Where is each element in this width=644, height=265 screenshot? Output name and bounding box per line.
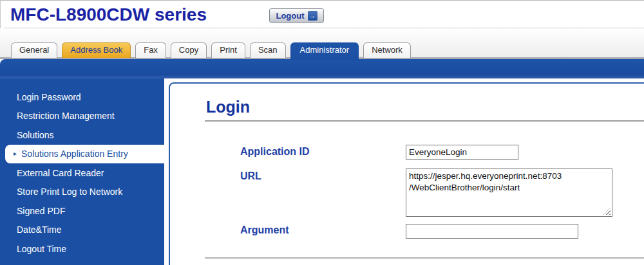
page-section-heading: Login — [206, 98, 250, 116]
tab-address-book[interactable]: Address Book — [62, 42, 131, 58]
logout-button[interactable]: Logout → — [269, 8, 324, 23]
page-top-border — [0, 0, 644, 1]
argument-input[interactable] — [406, 224, 578, 239]
application-id-label: Application ID — [240, 146, 310, 158]
tab-scan[interactable]: Scan — [250, 42, 286, 58]
page-title: MFC-L8900CDW series — [10, 5, 207, 25]
logout-arrow-icon: → — [308, 11, 317, 21]
tab-network[interactable]: Network — [363, 42, 411, 58]
selected-item-arrow-icon: ▸ — [14, 151, 17, 157]
tab-bar: General Address Book Fax Copy Print Scan… — [11, 42, 411, 58]
url-textarea-wrap: https://jesper.hq.everyoneprint.net:8703… — [406, 169, 612, 217]
sidebar-item-date-time[interactable]: Date&Time — [0, 221, 164, 240]
sidebar-item-solutions-application-entry[interactable]: ▸ Solutions Application Entry — [5, 145, 164, 164]
tab-general[interactable]: General — [11, 42, 57, 58]
sidebar-item-external-card-reader[interactable]: External Card Reader — [0, 163, 164, 183]
tab-fax[interactable]: Fax — [135, 42, 166, 58]
sidebar-item-signed-pdf[interactable]: Signed PDF — [0, 201, 164, 221]
url-textarea[interactable]: https://jesper.hq.everyoneprint.net:8703… — [406, 169, 612, 217]
url-label: URL — [240, 170, 261, 182]
form-bottom-divider — [205, 257, 644, 259]
brother-web-admin-page: MFC-L8900CDW series Logout → General Add… — [0, 0, 644, 265]
sidebar-item-logout-time[interactable]: Logout Time — [0, 239, 164, 259]
sidebar-nav: Login Password Restriction Management So… — [0, 78, 164, 265]
sidebar-item-store-print-log[interactable]: Store Print Log to Network — [0, 183, 164, 202]
sidebar-item-solutions[interactable]: Solutions — [0, 125, 164, 145]
active-tab-bar — [0, 59, 644, 78]
logout-button-label: Logout — [276, 11, 304, 21]
tab-print[interactable]: Print — [211, 42, 245, 58]
application-id-input[interactable] — [406, 145, 518, 160]
heading-divider — [205, 120, 644, 122]
sidebar-item-restriction-management[interactable]: Restriction Management — [0, 107, 164, 126]
sidebar-item-login-password[interactable]: Login Password — [0, 87, 164, 107]
tab-administrator[interactable]: Administrator — [290, 42, 359, 60]
tab-copy[interactable]: Copy — [171, 42, 207, 58]
sidebar-item-label: Solutions Application Entry — [21, 149, 128, 159]
content-panel: Login Application ID URL https://jesper.… — [169, 82, 644, 265]
argument-label: Argument — [240, 224, 289, 236]
